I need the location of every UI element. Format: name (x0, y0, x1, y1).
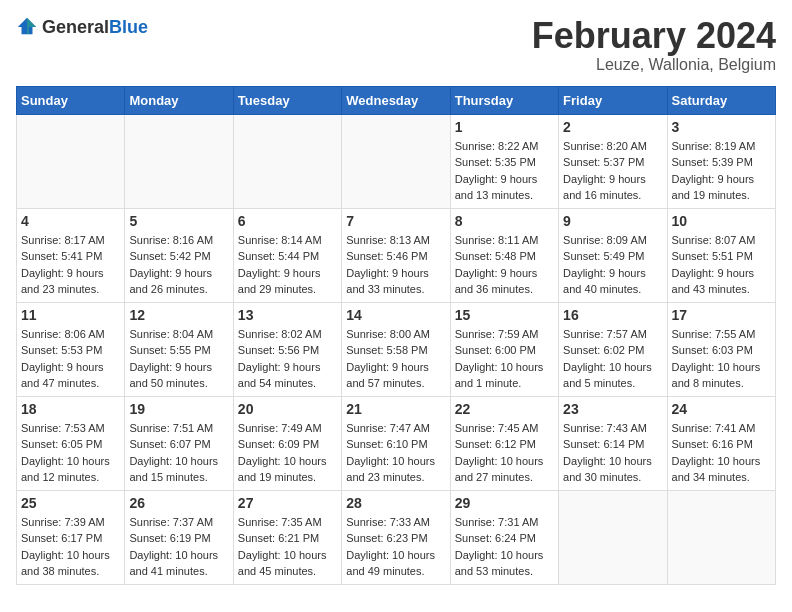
calendar-cell: 6Sunrise: 8:14 AMSunset: 5:44 PMDaylight… (233, 208, 341, 302)
weekday-header-thursday: Thursday (450, 86, 558, 114)
logo-blue: Blue (109, 17, 148, 37)
calendar-cell: 3Sunrise: 8:19 AMSunset: 5:39 PMDaylight… (667, 114, 775, 208)
day-info: Sunrise: 7:39 AMSunset: 6:17 PMDaylight:… (21, 514, 120, 580)
calendar-cell: 7Sunrise: 8:13 AMSunset: 5:46 PMDaylight… (342, 208, 450, 302)
day-info: Sunrise: 8:00 AMSunset: 5:58 PMDaylight:… (346, 326, 445, 392)
day-info: Sunrise: 7:33 AMSunset: 6:23 PMDaylight:… (346, 514, 445, 580)
calendar-cell (233, 114, 341, 208)
week-row-5: 25Sunrise: 7:39 AMSunset: 6:17 PMDayligh… (17, 490, 776, 584)
calendar-cell: 5Sunrise: 8:16 AMSunset: 5:42 PMDaylight… (125, 208, 233, 302)
calendar-cell: 8Sunrise: 8:11 AMSunset: 5:48 PMDaylight… (450, 208, 558, 302)
day-number: 10 (672, 213, 771, 229)
day-info: Sunrise: 7:37 AMSunset: 6:19 PMDaylight:… (129, 514, 228, 580)
day-info: Sunrise: 7:49 AMSunset: 6:09 PMDaylight:… (238, 420, 337, 486)
day-number: 16 (563, 307, 662, 323)
day-info: Sunrise: 7:35 AMSunset: 6:21 PMDaylight:… (238, 514, 337, 580)
day-info: Sunrise: 8:17 AMSunset: 5:41 PMDaylight:… (21, 232, 120, 298)
week-row-4: 18Sunrise: 7:53 AMSunset: 6:05 PMDayligh… (17, 396, 776, 490)
calendar-cell: 29Sunrise: 7:31 AMSunset: 6:24 PMDayligh… (450, 490, 558, 584)
day-info: Sunrise: 7:43 AMSunset: 6:14 PMDaylight:… (563, 420, 662, 486)
calendar-cell: 18Sunrise: 7:53 AMSunset: 6:05 PMDayligh… (17, 396, 125, 490)
weekday-header-friday: Friday (559, 86, 667, 114)
day-info: Sunrise: 7:57 AMSunset: 6:02 PMDaylight:… (563, 326, 662, 392)
calendar-cell: 20Sunrise: 7:49 AMSunset: 6:09 PMDayligh… (233, 396, 341, 490)
day-info: Sunrise: 7:45 AMSunset: 6:12 PMDaylight:… (455, 420, 554, 486)
logo-general: General (42, 17, 109, 37)
calendar-cell: 1Sunrise: 8:22 AMSunset: 5:35 PMDaylight… (450, 114, 558, 208)
day-number: 3 (672, 119, 771, 135)
day-number: 18 (21, 401, 120, 417)
day-number: 7 (346, 213, 445, 229)
calendar-cell: 26Sunrise: 7:37 AMSunset: 6:19 PMDayligh… (125, 490, 233, 584)
calendar-cell: 17Sunrise: 7:55 AMSunset: 6:03 PMDayligh… (667, 302, 775, 396)
calendar-cell: 9Sunrise: 8:09 AMSunset: 5:49 PMDaylight… (559, 208, 667, 302)
calendar-cell: 13Sunrise: 8:02 AMSunset: 5:56 PMDayligh… (233, 302, 341, 396)
weekday-header-tuesday: Tuesday (233, 86, 341, 114)
calendar-cell: 24Sunrise: 7:41 AMSunset: 6:16 PMDayligh… (667, 396, 775, 490)
week-row-2: 4Sunrise: 8:17 AMSunset: 5:41 PMDaylight… (17, 208, 776, 302)
weekday-header-row: SundayMondayTuesdayWednesdayThursdayFrid… (17, 86, 776, 114)
week-row-1: 1Sunrise: 8:22 AMSunset: 5:35 PMDaylight… (17, 114, 776, 208)
day-number: 20 (238, 401, 337, 417)
calendar-cell: 14Sunrise: 8:00 AMSunset: 5:58 PMDayligh… (342, 302, 450, 396)
weekday-header-monday: Monday (125, 86, 233, 114)
week-row-3: 11Sunrise: 8:06 AMSunset: 5:53 PMDayligh… (17, 302, 776, 396)
calendar-cell: 23Sunrise: 7:43 AMSunset: 6:14 PMDayligh… (559, 396, 667, 490)
calendar-cell: 16Sunrise: 7:57 AMSunset: 6:02 PMDayligh… (559, 302, 667, 396)
day-number: 6 (238, 213, 337, 229)
day-info: Sunrise: 7:41 AMSunset: 6:16 PMDaylight:… (672, 420, 771, 486)
weekday-header-saturday: Saturday (667, 86, 775, 114)
calendar-cell (17, 114, 125, 208)
day-number: 26 (129, 495, 228, 511)
calendar-cell: 21Sunrise: 7:47 AMSunset: 6:10 PMDayligh… (342, 396, 450, 490)
day-info: Sunrise: 8:22 AMSunset: 5:35 PMDaylight:… (455, 138, 554, 204)
day-number: 21 (346, 401, 445, 417)
day-info: Sunrise: 8:13 AMSunset: 5:46 PMDaylight:… (346, 232, 445, 298)
day-number: 28 (346, 495, 445, 511)
calendar-cell: 15Sunrise: 7:59 AMSunset: 6:00 PMDayligh… (450, 302, 558, 396)
day-number: 8 (455, 213, 554, 229)
day-number: 24 (672, 401, 771, 417)
day-number: 23 (563, 401, 662, 417)
day-info: Sunrise: 8:02 AMSunset: 5:56 PMDaylight:… (238, 326, 337, 392)
header: GeneralBlue February 2024 Leuze, Walloni… (16, 16, 776, 74)
logo: GeneralBlue (16, 16, 148, 38)
day-number: 2 (563, 119, 662, 135)
day-info: Sunrise: 8:06 AMSunset: 5:53 PMDaylight:… (21, 326, 120, 392)
weekday-header-wednesday: Wednesday (342, 86, 450, 114)
calendar-cell: 22Sunrise: 7:45 AMSunset: 6:12 PMDayligh… (450, 396, 558, 490)
calendar-cell: 27Sunrise: 7:35 AMSunset: 6:21 PMDayligh… (233, 490, 341, 584)
day-info: Sunrise: 7:31 AMSunset: 6:24 PMDaylight:… (455, 514, 554, 580)
calendar-table: SundayMondayTuesdayWednesdayThursdayFrid… (16, 86, 776, 585)
weekday-header-sunday: Sunday (17, 86, 125, 114)
day-info: Sunrise: 7:51 AMSunset: 6:07 PMDaylight:… (129, 420, 228, 486)
calendar-title: February 2024 (532, 16, 776, 56)
day-info: Sunrise: 8:09 AMSunset: 5:49 PMDaylight:… (563, 232, 662, 298)
day-number: 19 (129, 401, 228, 417)
day-number: 14 (346, 307, 445, 323)
day-number: 29 (455, 495, 554, 511)
day-info: Sunrise: 8:04 AMSunset: 5:55 PMDaylight:… (129, 326, 228, 392)
day-info: Sunrise: 7:47 AMSunset: 6:10 PMDaylight:… (346, 420, 445, 486)
logo-text: GeneralBlue (42, 17, 148, 38)
day-number: 12 (129, 307, 228, 323)
day-info: Sunrise: 8:16 AMSunset: 5:42 PMDaylight:… (129, 232, 228, 298)
day-number: 9 (563, 213, 662, 229)
calendar-cell (342, 114, 450, 208)
day-number: 15 (455, 307, 554, 323)
calendar-cell: 10Sunrise: 8:07 AMSunset: 5:51 PMDayligh… (667, 208, 775, 302)
calendar-cell: 19Sunrise: 7:51 AMSunset: 6:07 PMDayligh… (125, 396, 233, 490)
calendar-subtitle: Leuze, Wallonia, Belgium (532, 56, 776, 74)
day-number: 27 (238, 495, 337, 511)
generalblue-icon (16, 16, 38, 38)
day-info: Sunrise: 8:11 AMSunset: 5:48 PMDaylight:… (455, 232, 554, 298)
day-info: Sunrise: 8:20 AMSunset: 5:37 PMDaylight:… (563, 138, 662, 204)
title-area: February 2024 Leuze, Wallonia, Belgium (532, 16, 776, 74)
day-info: Sunrise: 7:55 AMSunset: 6:03 PMDaylight:… (672, 326, 771, 392)
day-number: 13 (238, 307, 337, 323)
calendar-cell: 4Sunrise: 8:17 AMSunset: 5:41 PMDaylight… (17, 208, 125, 302)
day-number: 11 (21, 307, 120, 323)
calendar-cell: 2Sunrise: 8:20 AMSunset: 5:37 PMDaylight… (559, 114, 667, 208)
day-info: Sunrise: 8:07 AMSunset: 5:51 PMDaylight:… (672, 232, 771, 298)
day-number: 1 (455, 119, 554, 135)
